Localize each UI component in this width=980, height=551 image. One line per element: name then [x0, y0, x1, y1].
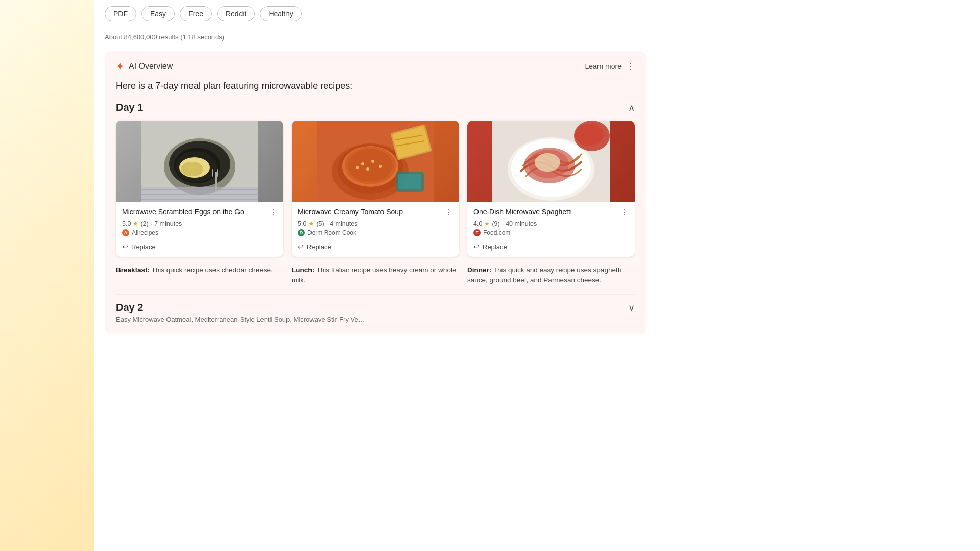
recipe-card-2: Microwave Creamy Tomato Soup ⋮ 5.0 ★ (5)… — [292, 121, 459, 257]
dorm-icon: D — [298, 229, 305, 236]
recipe-card-2-header: Microwave Creamy Tomato Soup ⋮ — [298, 207, 453, 217]
dinner-desc: Dinner: This quick and easy recipe uses … — [467, 265, 635, 285]
replace-2-icon: ↩ — [298, 243, 304, 251]
replace-3-label: Replace — [483, 243, 507, 251]
recipe-1-more-icon[interactable]: ⋮ — [269, 207, 277, 217]
recipe-3-source: Food.com — [483, 229, 510, 236]
recipe-2-more-icon[interactable]: ⋮ — [445, 207, 453, 217]
recipe-3-dot: · — [502, 220, 504, 227]
ai-overview-header: ✦ AI Overview Learn more ⋮ — [116, 60, 635, 73]
ai-overview-title: ✦ AI Overview — [116, 60, 173, 73]
svg-rect-30 — [398, 174, 421, 189]
recipe-card-1-body: Microwave Scrambled Eggs on the Go ⋮ 5.0… — [116, 202, 283, 257]
recipe-card-3: One-Dish Microwave Spaghetti ⋮ 4.0 ★ (9)… — [467, 121, 635, 257]
day1-title: Day 1 — [116, 102, 143, 113]
recipe-3-more-icon[interactable]: ⋮ — [620, 207, 629, 217]
filter-chip-easy[interactable]: Easy — [141, 6, 175, 21]
overview-intro: Here is a 7-day meal plan featuring micr… — [116, 80, 635, 92]
results-count-text: About 84,600,000 results (1.18 seconds) — [105, 33, 224, 41]
recipe-3-star: ★ — [484, 220, 490, 227]
left-sidebar — [0, 0, 94, 551]
ai-overview-label: AI Overview — [129, 62, 173, 71]
dinner-label: Dinner: — [467, 266, 491, 274]
breakfast-text: This quick recipe uses cheddar cheese. — [152, 266, 273, 274]
svg-point-21 — [371, 160, 374, 163]
recipe-1-time: 7 minutes — [154, 220, 182, 227]
recipe-3-reviews: (9) — [492, 220, 499, 227]
recipe-3-source-row: F Food.com — [473, 229, 629, 236]
recipe-2-source: Dorm Room Cook — [307, 229, 356, 236]
filter-chip-free[interactable]: Free — [180, 6, 212, 21]
recipe-3-meta: 4.0 ★ (9) · 40 minutes — [473, 220, 629, 227]
recipe-1-replace-btn[interactable]: ↩ Replace — [122, 241, 156, 253]
filter-bar: PDF Easy Free Reddit Healthy — [94, 0, 656, 28]
recipe-1-reviews: (2) — [140, 220, 148, 227]
day1-header: Day 1 ∧ — [116, 102, 635, 113]
allrecipes-icon: A — [122, 229, 129, 236]
recipe-2-meta: 5.0 ★ (5) · 4 minutes — [298, 220, 453, 227]
learn-more-link[interactable]: Learn more — [585, 62, 622, 70]
recipe-card-2-body: Microwave Creamy Tomato Soup ⋮ 5.0 ★ (5)… — [292, 202, 459, 257]
recipe-card-3-header: One-Dish Microwave Spaghetti ⋮ — [473, 207, 629, 217]
svg-point-24 — [356, 166, 359, 169]
recipe-2-name: Microwave Creamy Tomato Soup — [298, 207, 442, 217]
recipe-card-3-body: One-Dish Microwave Spaghetti ⋮ 4.0 ★ (9)… — [467, 202, 635, 257]
recipe-image-3 — [467, 121, 635, 202]
recipe-1-meta: 5.0 ★ (2) · 7 minutes — [122, 220, 277, 227]
svg-point-20 — [361, 162, 364, 165]
breakfast-label: Breakfast: — [116, 266, 150, 274]
lunch-text: This Italian recipe uses heavy cream or … — [292, 266, 456, 284]
results-count: About 84,600,000 results (1.18 seconds) — [94, 28, 656, 46]
svg-point-6 — [181, 162, 203, 176]
recipe-1-source-row: A Allrecipes — [122, 229, 277, 236]
recipe-1-star: ★ — [133, 220, 138, 227]
day1-section: Day 1 ∧ — [116, 102, 635, 285]
recipe-2-time: 4 minutes — [330, 220, 357, 227]
replace-3-icon: ↩ — [473, 243, 480, 251]
filter-chip-pdf[interactable]: PDF — [105, 6, 136, 21]
svg-rect-9 — [217, 169, 218, 177]
recipe-image-2 — [292, 121, 459, 202]
recipe-3-time: 40 minutes — [506, 220, 537, 227]
recipe-3-name: One-Dish Microwave Spaghetti — [473, 207, 617, 217]
recipe-3-replace-btn[interactable]: ↩ Replace — [473, 241, 507, 253]
day2-preview: Easy Microwave Oatmeal, Mediterranean-St… — [116, 316, 635, 323]
replace-2-label: Replace — [307, 243, 331, 251]
svg-point-38 — [575, 124, 604, 146]
recipe-card-1-header: Microwave Scrambled Eggs on the Go ⋮ — [122, 207, 277, 217]
day1-collapse-icon[interactable]: ∧ — [628, 102, 635, 113]
recipe-2-rating: 5.0 — [298, 220, 306, 227]
recipe-card-1: Microwave Scrambled Eggs on the Go ⋮ 5.0… — [116, 121, 283, 257]
filter-chip-reddit[interactable]: Reddit — [217, 6, 255, 21]
breakfast-desc: Breakfast: This quick recipe uses chedda… — [116, 265, 283, 285]
replace-1-icon: ↩ — [122, 243, 128, 251]
recipe-1-rating: 5.0 — [122, 220, 131, 227]
filter-chip-healthy[interactable]: Healthy — [260, 6, 301, 21]
recipe-1-source: Allrecipes — [132, 229, 158, 236]
lunch-label: Lunch: — [292, 266, 315, 274]
svg-point-19 — [348, 149, 393, 182]
recipe-cards-day1: Microwave Scrambled Eggs on the Go ⋮ 5.0… — [116, 121, 635, 257]
recipe-1-dot: · — [151, 220, 152, 227]
recipe-2-source-row: D Dorm Room Cook — [298, 229, 453, 236]
svg-rect-8 — [212, 169, 213, 177]
food-icon: F — [473, 229, 481, 236]
svg-point-36 — [535, 153, 560, 172]
recipe-2-replace-btn[interactable]: ↩ Replace — [298, 241, 331, 253]
recipe-2-dot: · — [326, 220, 328, 227]
ai-overview-actions: Learn more ⋮ — [585, 61, 635, 72]
replace-1-label: Replace — [131, 243, 156, 251]
day2-section: Day 2 ∨ Easy Microwave Oatmeal, Mediterr… — [116, 294, 635, 323]
svg-point-23 — [366, 167, 369, 171]
day2-expand-icon[interactable]: ∨ — [628, 302, 635, 314]
day2-header: Day 2 ∨ — [116, 302, 635, 314]
day2-title: Day 2 — [116, 302, 143, 314]
recipe-1-name: Microwave Scrambled Eggs on the Go — [122, 207, 266, 217]
recipe-3-rating: 4.0 — [473, 220, 482, 227]
meal-descriptions: Breakfast: This quick recipe uses chedda… — [116, 265, 635, 285]
main-content: PDF Easy Free Reddit Healthy About 84,60… — [94, 0, 656, 551]
sparkle-icon: ✦ — [116, 60, 125, 73]
more-options-icon[interactable]: ⋮ — [626, 61, 635, 72]
recipe-2-star: ★ — [308, 220, 314, 227]
svg-point-22 — [379, 165, 382, 168]
